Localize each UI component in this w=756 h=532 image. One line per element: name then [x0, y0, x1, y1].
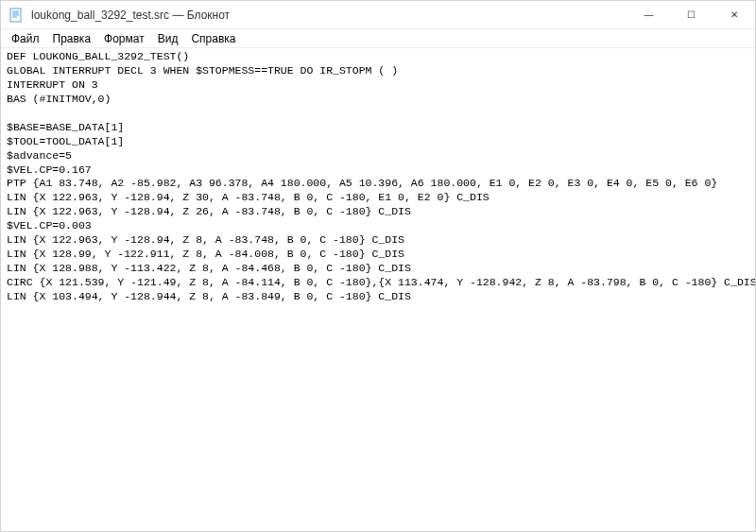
- maximize-button[interactable]: ☐: [670, 1, 713, 28]
- menu-edit[interactable]: Правка: [46, 30, 98, 47]
- window-title: loukong_ball_3292_test.src — Блокнот: [29, 9, 627, 22]
- menu-help[interactable]: Справка: [184, 30, 242, 47]
- editor-area[interactable]: DEF LOUKONG_BALL_3292_TEST() GLOBAL INTE…: [1, 48, 755, 531]
- close-button[interactable]: ✕: [713, 1, 755, 28]
- minimize-button[interactable]: —: [627, 1, 670, 28]
- menubar: Файл Правка Формат Вид Справка: [1, 29, 755, 48]
- menu-file[interactable]: Файл: [5, 30, 46, 47]
- menu-format[interactable]: Формат: [97, 30, 151, 47]
- menu-view[interactable]: Вид: [151, 30, 185, 47]
- titlebar: loukong_ball_3292_test.src — Блокнот — ☐…: [1, 1, 755, 29]
- notepad-icon: [9, 8, 24, 23]
- document-text[interactable]: DEF LOUKONG_BALL_3292_TEST() GLOBAL INTE…: [1, 48, 755, 306]
- window-controls: — ☐ ✕: [627, 1, 755, 28]
